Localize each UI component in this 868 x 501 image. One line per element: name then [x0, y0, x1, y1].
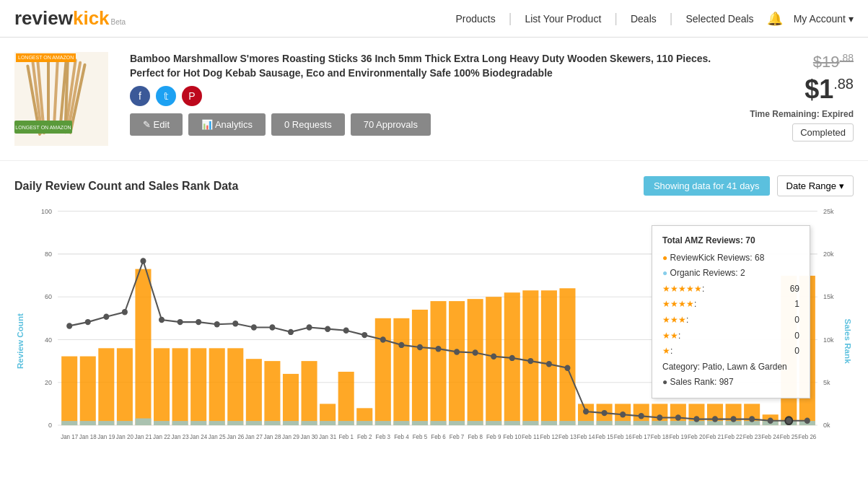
svg-point-141: [546, 361, 552, 367]
chart-header: Daily Review Count and Sales Rank Data S…: [14, 175, 854, 196]
svg-text:Feb 3: Feb 3: [376, 434, 391, 440]
svg-text:Feb 16: Feb 16: [614, 434, 632, 440]
svg-text:Feb 18: Feb 18: [651, 434, 669, 440]
svg-text:LONGEST ON AMAZON: LONGEST ON AMAZON: [15, 125, 71, 130]
svg-point-120: [159, 317, 165, 323]
svg-text:Feb 14: Feb 14: [577, 434, 595, 440]
svg-text:40: 40: [45, 336, 52, 343]
svg-rect-64: [338, 421, 354, 425]
svg-rect-46: [172, 421, 188, 425]
svg-text:Jan 31: Jan 31: [319, 434, 336, 440]
svg-text:Jan 20: Jan 20: [116, 434, 133, 440]
edit-button[interactable]: ✎ Edit: [130, 113, 183, 136]
svg-rect-100: [670, 421, 686, 425]
svg-rect-56: [264, 421, 280, 425]
svg-text:Feb 25: Feb 25: [780, 434, 798, 440]
svg-rect-55: [264, 361, 280, 425]
svg-rect-51: [227, 348, 243, 425]
svg-rect-45: [172, 348, 188, 425]
svg-text:Jan 23: Jan 23: [172, 434, 189, 440]
pinterest-icon[interactable]: P: [182, 86, 202, 106]
chart-svg: .axis-text { font-size: 9px; fill: #666;…: [14, 204, 854, 463]
product-label: LONGEST ON AMAZON: [16, 53, 76, 62]
svg-text:Feb 15: Feb 15: [595, 434, 613, 440]
svg-point-149: [693, 416, 699, 422]
svg-text:Feb 4: Feb 4: [394, 434, 409, 440]
svg-text:Jan 25: Jan 25: [209, 434, 226, 440]
svg-rect-98: [652, 421, 667, 425]
svg-point-146: [639, 413, 644, 419]
nav-sep-3: |: [670, 11, 673, 26]
svg-text:Jan 19: Jan 19: [97, 434, 115, 440]
nav-deals[interactable]: Deals: [625, 9, 662, 28]
requests-button[interactable]: 0 Requests: [271, 113, 345, 136]
logo-review-text: review: [14, 7, 73, 30]
svg-text:Feb 21: Feb 21: [706, 434, 724, 440]
nav-list-product[interactable]: List Your Product: [519, 9, 607, 28]
svg-rect-72: [412, 421, 428, 425]
chart-icon: 📊: [201, 119, 213, 130]
svg-text:Feb 1: Feb 1: [338, 434, 354, 440]
price-new: $1.88: [750, 74, 854, 105]
nav-sep-2: |: [614, 11, 618, 26]
svg-rect-62: [320, 421, 336, 425]
showing-badge: Showing data for 41 days: [644, 176, 770, 196]
svg-text:Jan 27: Jan 27: [245, 434, 263, 440]
svg-rect-96: [634, 421, 649, 425]
svg-rect-59: [302, 361, 317, 425]
bell-icon[interactable]: 🔔: [767, 11, 783, 27]
price-old: $19.88: [750, 52, 854, 71]
svg-rect-94: [615, 421, 631, 425]
svg-text:Feb 8: Feb 8: [468, 434, 483, 440]
nav-products[interactable]: Products: [450, 9, 501, 28]
svg-point-123: [214, 321, 220, 327]
svg-rect-80: [486, 421, 501, 425]
nav-sep-1: |: [509, 11, 512, 26]
nav-selected-deals[interactable]: Selected Deals: [680, 9, 759, 28]
svg-point-155: [805, 417, 810, 423]
svg-point-152: [749, 416, 755, 422]
svg-text:100: 100: [41, 208, 52, 215]
logo-kick-text: kick: [73, 7, 110, 30]
chevron-down-icon: ▾: [839, 180, 844, 191]
svg-text:20k: 20k: [823, 250, 834, 258]
chart-container: .axis-text { font-size: 9px; fill: #666;…: [14, 204, 854, 463]
svg-rect-57: [283, 374, 299, 425]
svg-rect-85: [541, 290, 557, 425]
svg-text:Feb 9: Feb 9: [486, 434, 501, 440]
svg-point-154: [785, 417, 792, 424]
svg-rect-49: [209, 348, 225, 425]
svg-rect-35: [80, 357, 96, 426]
svg-rect-43: [154, 348, 170, 425]
svg-rect-75: [449, 301, 465, 425]
svg-text:Sales Rank: Sales Rank: [843, 319, 852, 365]
account-label: My Account: [794, 13, 846, 25]
svg-rect-36: [80, 421, 96, 425]
svg-point-129: [325, 326, 330, 331]
svg-rect-79: [486, 297, 501, 425]
svg-rect-113: [799, 276, 815, 425]
svg-point-118: [122, 309, 128, 315]
svg-rect-41: [135, 269, 151, 425]
product-section: LONGEST ON AMAZON LONGEST ON AMAZON B: [0, 38, 868, 161]
date-range-button[interactable]: Date Range ▾: [777, 175, 854, 196]
social-icons: f 𝕥 P: [130, 86, 728, 106]
approvals-button[interactable]: 70 Approvals: [351, 113, 431, 136]
svg-rect-71: [412, 310, 428, 425]
svg-point-151: [731, 416, 737, 422]
facebook-icon[interactable]: f: [130, 86, 150, 106]
svg-point-137: [473, 349, 478, 355]
svg-point-134: [417, 344, 423, 350]
svg-text:Feb 22: Feb 22: [724, 434, 742, 440]
chart-header-right: Showing data for 41 days Date Range ▾: [644, 175, 854, 196]
svg-point-121: [177, 319, 183, 325]
svg-point-148: [675, 414, 681, 420]
product-buttons: ✎ Edit 📊 Analytics 0 Requests 70 Approva…: [130, 113, 728, 136]
analytics-button[interactable]: 📊 Analytics: [188, 113, 266, 136]
twitter-icon[interactable]: 𝕥: [156, 86, 176, 106]
my-account[interactable]: My Account ▾: [794, 13, 854, 25]
svg-rect-83: [522, 290, 538, 425]
svg-text:60: 60: [45, 293, 52, 300]
svg-text:0: 0: [48, 422, 52, 429]
svg-text:Jan 29: Jan 29: [282, 434, 299, 440]
